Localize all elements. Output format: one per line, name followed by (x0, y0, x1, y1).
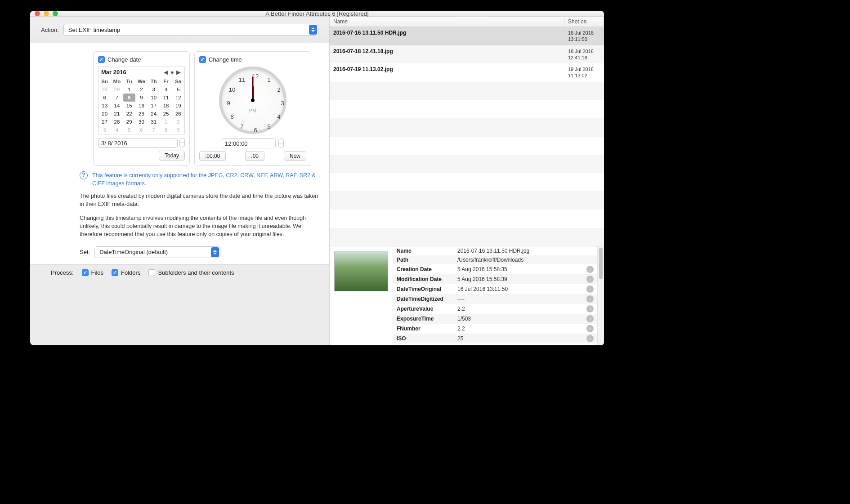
table-row (330, 137, 604, 155)
property-row: Modification Date5 Aug 2016 15:58:39 › (393, 274, 597, 284)
calendar-day[interactable]: 28 (98, 85, 111, 94)
change-date-label: Change date (107, 56, 141, 63)
now-button[interactable]: Now (284, 151, 306, 161)
calendar-day[interactable]: 7 (148, 126, 160, 134)
calendar-day[interactable]: 5 (172, 85, 184, 94)
calendar-day[interactable]: 9 (172, 126, 184, 134)
calendar-day[interactable]: 25 (160, 110, 172, 118)
calendar-day[interactable]: 23 (135, 110, 148, 118)
calendar-next-icon[interactable]: ▶ (175, 69, 182, 76)
time-input[interactable]: 12:00:00 (222, 138, 276, 148)
table-row[interactable]: 2016-07-18 12.41.18.jpg 18 Jul 201612:41… (330, 45, 604, 64)
calendar-prev-icon[interactable]: ◀ (163, 69, 169, 76)
scrollbar[interactable] (598, 246, 604, 345)
calendar-day[interactable]: 29 (123, 118, 135, 126)
today-button[interactable]: Today (159, 151, 185, 161)
calendar-day[interactable]: 3 (98, 126, 111, 134)
arrow-right-icon[interactable]: › (586, 315, 594, 322)
property-row: ExposureTime1/503 › (393, 314, 597, 324)
calendar-day[interactable]: 5 (123, 126, 135, 134)
calendar-day[interactable]: 3 (148, 85, 160, 94)
file-table[interactable]: 2016-07-16 13.11.50 HDR.jpg 16 Jul 20161… (330, 27, 604, 246)
calendar-day[interactable]: 6 (98, 94, 111, 102)
calendar-day[interactable]: 12 (172, 94, 184, 102)
calendar-day[interactable]: 17 (148, 102, 160, 110)
calendar-day[interactable]: 7 (111, 94, 123, 102)
action-select[interactable]: Set EXIF timestamp (63, 24, 318, 36)
arrow-right-icon[interactable]: › (586, 305, 594, 312)
zero-seconds-button[interactable]: :00:00 (199, 151, 226, 161)
process-folders-label: Folders (121, 269, 140, 276)
calendar-day[interactable]: 14 (111, 102, 123, 110)
arrow-right-icon[interactable]: › (586, 335, 594, 342)
property-row: LensMakeApple › (393, 343, 597, 345)
properties-list[interactable]: Name2016-07-16 13.11.50 HDR.jpg Path/Use… (393, 246, 598, 345)
calendar-day[interactable]: 30 (135, 118, 148, 126)
calendar-grid[interactable]: SuMoTuWeThFrSa28291234567891011121314151… (98, 77, 184, 134)
date-input[interactable]: 3/ 8/ 2016 (98, 138, 178, 148)
calendar-day[interactable]: 10 (148, 94, 160, 102)
calendar-day[interactable]: 1 (160, 118, 172, 126)
process-folders-checkbox[interactable] (112, 269, 118, 276)
calendar-today-icon[interactable]: ● (169, 69, 175, 76)
arrow-right-icon[interactable]: › (586, 295, 594, 303)
minimize-icon[interactable] (44, 11, 49, 16)
arrow-right-icon[interactable]: › (586, 345, 594, 345)
help-icon[interactable]: ? (80, 171, 88, 179)
zoom-icon[interactable] (53, 11, 58, 16)
calendar-day[interactable]: 29 (111, 85, 123, 94)
table-row (330, 82, 604, 100)
property-row: DateTimeOriginal16 Jul 2016 13:11:50 › (393, 284, 597, 294)
calendar-day[interactable]: 4 (160, 85, 172, 94)
calendar-day[interactable]: 26 (172, 110, 184, 118)
change-time-checkbox[interactable] (199, 56, 206, 63)
calendar-day[interactable]: 13 (98, 102, 111, 110)
table-row (330, 118, 604, 137)
column-name[interactable]: Name (330, 17, 564, 27)
arrow-right-icon[interactable]: › (586, 325, 594, 332)
process-subfolders-checkbox[interactable] (148, 269, 155, 276)
column-shot-on[interactable]: Shot on (564, 17, 604, 27)
calendar-day[interactable]: 8 (160, 126, 172, 134)
help-paragraph-2: Changing this timestamp involves modifyi… (80, 214, 318, 238)
arrow-right-icon[interactable]: › (586, 266, 594, 273)
table-row[interactable]: 2016-07-16 13.11.50 HDR.jpg 16 Jul 20161… (330, 27, 604, 45)
calendar-day[interactable]: 16 (135, 102, 148, 110)
calendar-day[interactable]: 22 (123, 110, 135, 118)
change-date-panel: Change date Mar 2016 ◀ ● ▶ SuMoTuWeThFrS… (93, 51, 190, 166)
window-title: A Better Finder Attributes 6 [Registered… (30, 11, 604, 17)
set-select-value: DateTimeOriginal (default) (99, 249, 211, 255)
table-row[interactable]: 2016-07-19 11.13.02.jpg 19 Jul 201611:13… (330, 63, 604, 82)
calendar-day[interactable]: 6 (135, 126, 148, 134)
calendar-day[interactable]: 2 (135, 85, 148, 94)
calendar-day[interactable]: 2 (172, 118, 184, 126)
calendar-day[interactable]: 1 (123, 85, 135, 94)
calendar-day[interactable]: 31 (148, 118, 160, 126)
thumbnail-image (334, 251, 388, 291)
process-files-checkbox[interactable] (82, 269, 89, 276)
zero-minutes-button[interactable]: :00 (245, 151, 264, 161)
calendar-day[interactable]: 24 (148, 110, 160, 118)
calendar-day[interactable]: 15 (123, 102, 135, 110)
calendar-day[interactable]: 19 (172, 102, 184, 110)
calendar-day[interactable]: 11 (160, 94, 172, 102)
change-date-checkbox[interactable] (98, 56, 105, 63)
calendar-day[interactable]: 27 (98, 118, 111, 126)
table-row (330, 155, 604, 173)
calendar-day[interactable]: 9 (135, 94, 148, 102)
arrow-right-icon[interactable]: › (586, 276, 594, 283)
close-icon[interactable] (35, 11, 40, 16)
calendar-day[interactable]: 20 (98, 110, 111, 118)
calendar-day[interactable]: 28 (111, 118, 123, 126)
set-select[interactable]: DateTimeOriginal (default) (94, 246, 220, 258)
calendar-day[interactable]: 21 (111, 110, 123, 118)
calendar-day[interactable]: 4 (111, 126, 123, 134)
arrow-right-icon[interactable]: › (586, 285, 594, 293)
change-time-label: Change time (209, 56, 242, 63)
table-row (330, 228, 604, 246)
calendar-day[interactable]: 18 (160, 102, 172, 110)
calendar-day[interactable]: 8 (123, 94, 135, 102)
clock-icon[interactable]: PM 123456789101112 (219, 67, 286, 134)
time-stepper[interactable] (278, 138, 284, 147)
date-stepper[interactable] (179, 138, 185, 147)
